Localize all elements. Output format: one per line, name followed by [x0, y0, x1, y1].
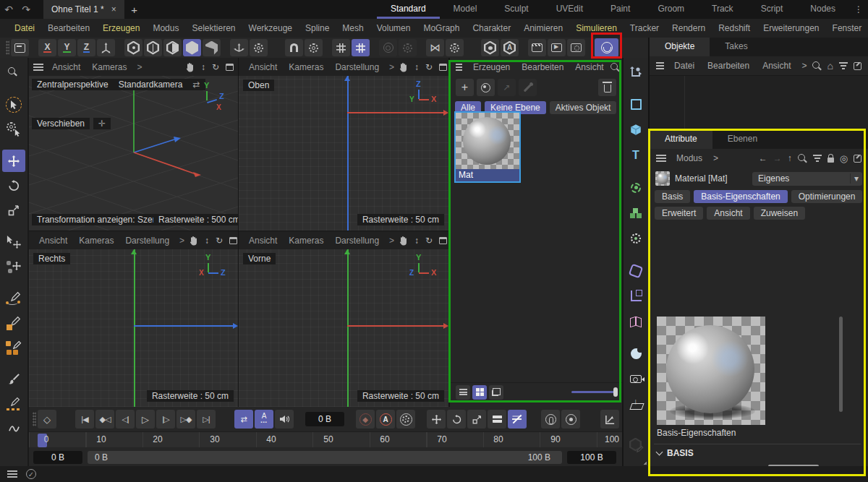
range-end-field[interactable]: 100 B: [567, 451, 616, 464]
object-axis-mode-button[interactable]: [203, 39, 221, 56]
goto-end-button[interactable]: ▷|: [197, 410, 216, 429]
document-tab[interactable]: Ohne Titel 1 * ×: [43, 0, 124, 19]
selection-move-tool-button[interactable]: [2, 231, 25, 253]
edit-hexagon-button[interactable]: [625, 433, 647, 455]
orbit-icon[interactable]: ↻: [425, 62, 433, 72]
menu-redshift[interactable]: Redshift: [712, 23, 757, 33]
polygons-mode-button[interactable]: [163, 39, 182, 56]
workspace-overflow-icon[interactable]: ⋮: [849, 4, 868, 14]
tab-objekte[interactable]: Objekte: [650, 38, 710, 56]
home-icon[interactable]: [827, 60, 833, 72]
menu-charakter[interactable]: Charakter: [466, 23, 517, 33]
export-icon[interactable]: [854, 62, 861, 70]
viewport-menu-darstellung[interactable]: Darstellung: [329, 62, 385, 72]
material-menu-erzeugen[interactable]: Erzeugen: [468, 62, 515, 72]
om-menu-datei[interactable]: Datei: [668, 61, 700, 71]
menu-simulieren[interactable]: Simulieren: [569, 23, 624, 33]
filter-icon[interactable]: [813, 155, 822, 162]
key-parameters-button[interactable]: [488, 410, 506, 429]
spline-tools-button[interactable]: [625, 61, 647, 83]
orbit-icon[interactable]: ↻: [216, 236, 223, 246]
section-tab-basis[interactable]: Basis: [655, 190, 690, 203]
pan-hand-icon[interactable]: [185, 62, 195, 72]
scale-tool-button[interactable]: [2, 199, 25, 221]
scale-view-button[interactable]: [2, 61, 25, 84]
hamburger-icon[interactable]: [33, 64, 43, 71]
timeline-grip[interactable]: [33, 412, 36, 426]
om-menu-bearbeiten[interactable]: Bearbeiten: [702, 61, 755, 71]
next-frame-button[interactable]: |▷: [156, 410, 175, 429]
viewport-menu-ansicht[interactable]: Ansicht: [243, 236, 283, 246]
pan-hand-icon[interactable]: [399, 62, 408, 72]
orbit-icon[interactable]: ↻: [425, 236, 433, 246]
menu-overflow-chevron[interactable]: >: [175, 236, 189, 246]
simulation-scene-button[interactable]: [595, 38, 618, 57]
axis-gizmo-perspective[interactable]: Y Z X: [192, 82, 225, 111]
poly-pen-tool-button[interactable]: [2, 336, 25, 358]
preview-scrollbar[interactable]: [839, 317, 843, 412]
layer-view-button[interactable]: [489, 385, 503, 400]
menu-bearbeiten[interactable]: Bearbeiten: [41, 23, 96, 33]
play-button[interactable]: ▷: [136, 410, 155, 429]
viewport-menu-ansicht[interactable]: Ansicht: [33, 236, 73, 246]
lock-workplane-button[interactable]: [352, 39, 370, 56]
pick-material-button[interactable]: [519, 79, 537, 96]
thumbnail-size-slider[interactable]: [571, 391, 616, 393]
section-tab-basis-eigenschaften[interactable]: Basis-Eigenschaften: [694, 190, 787, 203]
next-key-button[interactable]: ▷◆: [176, 410, 195, 429]
instance-object-button[interactable]: [625, 285, 647, 307]
tab-attribute[interactable]: Attribute: [650, 130, 712, 149]
axis-gizmo-right[interactable]: Y Z X: [193, 254, 226, 283]
symmetry-button[interactable]: ⋈: [426, 39, 444, 56]
spline-smooth-tool-button[interactable]: [2, 417, 25, 439]
material-item[interactable]: Mat: [454, 111, 521, 183]
viewport-menu-ansicht[interactable]: Ansicht: [243, 62, 283, 72]
axis-gizmo-front[interactable]: Y X Z: [404, 254, 437, 283]
coordinate-system-button[interactable]: [97, 39, 115, 56]
sound-button[interactable]: [275, 410, 294, 429]
hamburger-icon[interactable]: [7, 470, 17, 478]
current-frame-field[interactable]: 0 B: [305, 412, 344, 426]
move-tool-button[interactable]: [2, 150, 25, 172]
up-icon[interactable]: ↑: [788, 153, 792, 163]
brush-tool-button[interactable]: [2, 368, 25, 390]
text-object-button[interactable]: T: [625, 144, 647, 166]
viewport-menu-ansicht[interactable]: Ansicht: [46, 62, 86, 72]
loop-playback-button[interactable]: ⇄: [234, 410, 253, 429]
symmetry-settings-button[interactable]: [446, 39, 464, 56]
live-selection-button[interactable]: [2, 93, 25, 116]
maximize-view-icon[interactable]: [439, 237, 447, 244]
tab-ebenen[interactable]: Ebenen: [712, 130, 773, 149]
new-tab-button[interactable]: +: [124, 4, 145, 16]
open-fcurve-editor-button[interactable]: [600, 410, 619, 429]
filter-icon[interactable]: [839, 62, 848, 69]
spline-primitive-button[interactable]: [625, 93, 647, 116]
dolly-icon[interactable]: ↕: [414, 62, 419, 72]
workspace-tab-sculpt[interactable]: Sculpt: [490, 0, 542, 19]
axis-gizmo-top[interactable]: Z X Y: [404, 80, 437, 109]
viewport-right-canvas[interactable]: Rechts Y Z X Rasterweite : 50 cm: [29, 249, 238, 407]
key-rotation-button[interactable]: [447, 410, 466, 429]
floor-object-button[interactable]: [625, 393, 647, 416]
dolly-icon[interactable]: ↕: [205, 236, 209, 246]
export-icon[interactable]: [854, 155, 861, 163]
search-icon[interactable]: [610, 63, 616, 72]
close-tab-icon[interactable]: ×: [111, 4, 116, 14]
grid-view-button[interactable]: [472, 385, 487, 400]
material-menu-bearbeiten[interactable]: Bearbeiten: [516, 62, 569, 72]
pan-hand-icon[interactable]: [399, 236, 408, 246]
magnet-snap-button[interactable]: [285, 39, 303, 56]
material-menu-ansicht[interactable]: Ansicht: [570, 62, 608, 72]
axis-modification-button[interactable]: [230, 39, 248, 56]
menu-spline[interactable]: Spline: [299, 23, 336, 33]
volume-mesher-button[interactable]: [625, 343, 647, 365]
menu-mesh[interactable]: Mesh: [336, 23, 370, 33]
workspace-tab-standard[interactable]: Standard: [377, 0, 440, 19]
viewport-right[interactable]: Ansicht Kameras Darstellung > ↕ ↻ Rechts…: [29, 231, 238, 407]
line-cut-tool-button[interactable]: [2, 392, 25, 415]
material-preview[interactable]: [657, 317, 765, 425]
menu-rendern[interactable]: Rendern: [665, 23, 712, 33]
new-material-sphere-button[interactable]: [477, 79, 495, 96]
axis-settings-button[interactable]: [250, 39, 268, 56]
menu-mograph[interactable]: MoGraph: [417, 23, 466, 33]
